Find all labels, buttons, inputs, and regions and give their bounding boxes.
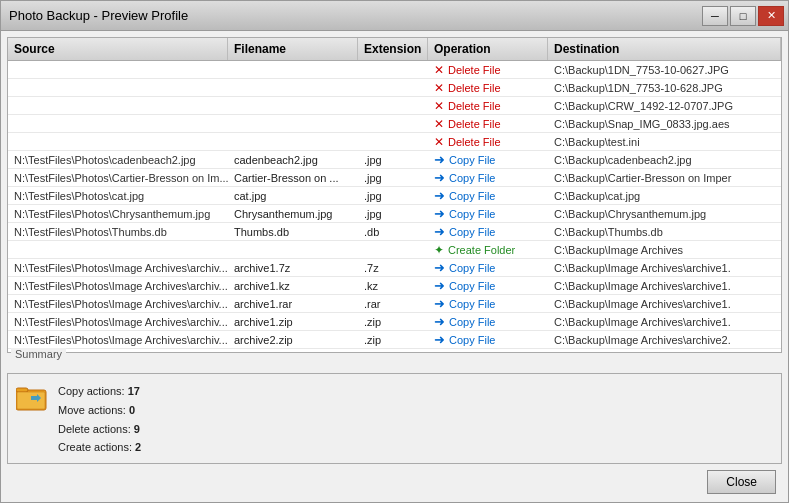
content-area: Source Filename Extension Operation Dest…	[1, 31, 788, 502]
summary-stat-row: Move actions: 0	[58, 401, 141, 420]
op-icon: ✦	[434, 243, 444, 257]
summary-stat-row: Create actions: 2	[58, 438, 141, 457]
summary-stat-row: Copy actions: 17	[58, 382, 141, 401]
op-icon: ✕	[434, 117, 444, 131]
cell-filename: Thumbs.db	[228, 225, 358, 239]
cell-source: N:\TestFiles\Photos\Image Archives\archi…	[8, 261, 228, 275]
cell-extension: .jpg	[358, 153, 428, 167]
summary-border: Copy actions: 17Move actions: 0Delete ac…	[7, 373, 782, 464]
op-label: Copy File	[449, 190, 495, 202]
cell-operation: ➜ Copy File	[428, 277, 548, 294]
cell-destination: C:\Backup\cat.jpg	[548, 189, 781, 203]
cell-destination: C:\Backup\CRW_1492-12-0707.JPG	[548, 99, 781, 113]
cell-destination: C:\Backup\Image Archives\archive1.	[548, 315, 781, 329]
cell-extension	[358, 87, 428, 89]
op-icon: ➜	[434, 332, 445, 347]
cell-source	[8, 87, 228, 89]
table-row: N:\TestFiles\Photos\Thumbs.db Thumbs.db …	[8, 223, 781, 241]
cell-filename: archive1.rar	[228, 297, 358, 311]
cell-operation: ➜ Copy File	[428, 187, 548, 204]
table-header: Source Filename Extension Operation Dest…	[8, 38, 781, 61]
stat-label: Create actions:	[58, 441, 132, 453]
cell-source: N:\TestFiles\Photos\cadenbeach2.jpg	[8, 153, 228, 167]
stat-label: Copy actions:	[58, 385, 125, 397]
cell-operation: ✦ Create Folder	[428, 242, 548, 258]
summary-content: Copy actions: 17Move actions: 0Delete ac…	[16, 382, 773, 457]
cell-filename: Archive2.rar	[228, 351, 358, 353]
cell-extension: .jpg	[358, 171, 428, 185]
op-label: Create Folder	[448, 244, 515, 256]
cell-filename: archive1.zip	[228, 315, 358, 329]
op-label: Delete File	[448, 118, 501, 130]
cell-destination: C:\Backup\Thumbs.db	[548, 225, 781, 239]
cell-extension	[358, 141, 428, 143]
cell-destination: C:\Backup\Image Archives\archive2.	[548, 333, 781, 347]
cell-operation: ✕ Delete File	[428, 116, 548, 132]
close-button[interactable]: Close	[707, 470, 776, 494]
cell-extension: .jpg	[358, 189, 428, 203]
header-destination: Destination	[548, 38, 781, 60]
op-icon: ➜	[434, 314, 445, 329]
cell-destination: C:\Backup\Cartier-Bresson on Imper	[548, 171, 781, 185]
svg-rect-2	[17, 392, 45, 409]
op-icon: ➜	[434, 296, 445, 311]
op-label: Copy File	[449, 208, 495, 220]
cell-filename	[228, 105, 358, 107]
close-title-button[interactable]: ✕	[758, 6, 784, 26]
cell-destination: C:\Backup\Chrysanthemum.jpg	[548, 207, 781, 221]
table-row: N:\TestFiles\Photos\Chrysanthemum.jpg Ch…	[8, 205, 781, 223]
op-label: Copy File	[449, 172, 495, 184]
cell-operation: ➜ Copy File	[428, 169, 548, 186]
cell-filename	[228, 249, 358, 251]
stat-value: 17	[128, 385, 140, 397]
op-icon: ✕	[434, 81, 444, 95]
table-row: ✕ Delete File C:\Backup\CRW_1492-12-0707…	[8, 97, 781, 115]
cell-destination: C:\Backup\Image Archives\Archiv	[548, 351, 781, 353]
cell-operation: ✕ Delete File	[428, 62, 548, 78]
cell-extension: .jpg	[358, 207, 428, 221]
op-icon: ✕	[434, 63, 444, 77]
cell-destination: C:\Backup\Image Archives	[548, 243, 781, 257]
cell-extension: .zip	[358, 333, 428, 347]
cell-operation: ➜ Copy File	[428, 313, 548, 330]
cell-filename: cat.jpg	[228, 189, 358, 203]
summary-section: Summary	[7, 359, 782, 464]
table-row: ✕ Delete File C:\Backup\1DN_7753-10-0627…	[8, 61, 781, 79]
cell-destination: C:\Backup\1DN_7753-10-0627.JPG	[548, 63, 781, 77]
minimize-button[interactable]: ─	[702, 6, 728, 26]
cell-destination: C:\Backup\1DN_7753-10-628.JPG	[548, 81, 781, 95]
table-row: N:\TestFiles\Photos\Image Archives\archi…	[8, 295, 781, 313]
window-title: Photo Backup - Preview Profile	[9, 8, 188, 23]
bottom-bar: Close	[7, 464, 782, 496]
cell-extension: .rar	[358, 351, 428, 353]
op-label: Copy File	[449, 352, 495, 353]
cell-source	[8, 249, 228, 251]
cell-operation: ✕ Delete File	[428, 80, 548, 96]
cell-operation: ➜ Copy File	[428, 349, 548, 352]
cell-source: N:\TestFiles\Photos\Thumbs.db	[8, 225, 228, 239]
table-row: ✦ Create Folder C:\Backup\Image Archives	[8, 241, 781, 259]
table-row: N:\TestFiles\Photos\Image Archives\archi…	[8, 277, 781, 295]
cell-extension	[358, 69, 428, 71]
cell-source	[8, 123, 228, 125]
op-icon: ➜	[434, 260, 445, 275]
table-row: N:\TestFiles\Photos\Cartier-Bresson on I…	[8, 169, 781, 187]
table-row: N:\TestFiles\Photos\Image Archives\Archi…	[8, 349, 781, 352]
cell-filename: Cartier-Bresson on ...	[228, 171, 358, 185]
cell-extension	[358, 123, 428, 125]
op-label: Delete File	[448, 64, 501, 76]
op-icon: ➜	[434, 278, 445, 293]
cell-operation: ➜ Copy File	[428, 295, 548, 312]
summary-stat-row: Delete actions: 9	[58, 420, 141, 439]
cell-destination: C:\Backup\Snap_IMG_0833.jpg.aes	[548, 117, 781, 131]
op-icon: ➜	[434, 350, 445, 352]
op-icon: ➜	[434, 152, 445, 167]
cell-filename: archive1.kz	[228, 279, 358, 293]
maximize-button[interactable]: □	[730, 6, 756, 26]
op-label: Copy File	[449, 154, 495, 166]
header-operation: Operation	[428, 38, 548, 60]
op-label: Copy File	[449, 316, 495, 328]
table-body[interactable]: ✕ Delete File C:\Backup\1DN_7753-10-0627…	[8, 61, 781, 352]
cell-source	[8, 69, 228, 71]
cell-operation: ✕ Delete File	[428, 134, 548, 150]
